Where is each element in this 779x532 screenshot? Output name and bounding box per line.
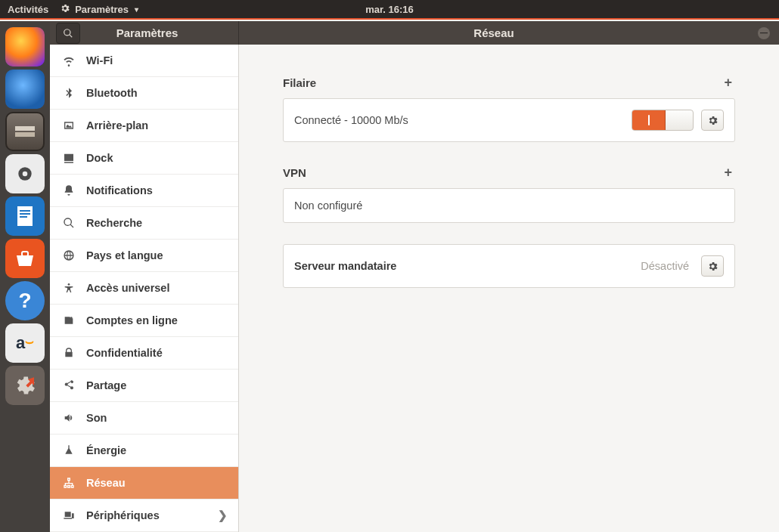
add-wired-button[interactable]: +	[721, 75, 735, 91]
svg-rect-5	[20, 210, 30, 212]
sidebar-item-wifi[interactable]: Wi-Fi	[50, 45, 238, 77]
dock-icon-settings[interactable]	[5, 366, 45, 405]
sidebar-item-bell[interactable]: Notifications	[50, 175, 238, 207]
wired-section-title: Filaire	[283, 76, 316, 89]
sidebar-item-label: Arrière-plan	[86, 119, 148, 131]
sidebar-item-privacy[interactable]: Confidentialité	[50, 337, 238, 370]
sound-icon	[62, 412, 76, 424]
proxy-row: Serveur mandataire Désactivé	[283, 244, 735, 288]
titlebar: Paramètres Réseau —	[50, 21, 779, 45]
sidebar-item-label: Confidentialité	[86, 347, 163, 359]
dock: ? a⌣	[0, 21, 50, 532]
sidebar-item-label: Comptes en ligne	[86, 314, 178, 326]
search-button[interactable]	[56, 23, 80, 44]
add-vpn-button[interactable]: +	[721, 165, 735, 181]
svg-rect-6	[20, 213, 30, 215]
sidebar-item-share[interactable]: Partage	[50, 370, 238, 402]
sidebar-item-accessibility[interactable]: Accès universel	[50, 272, 238, 305]
sidebar-item-accounts[interactable]: Comptes en ligne	[50, 305, 238, 337]
bell-icon	[62, 184, 76, 196]
dock-icon-amazon[interactable]: a⌣	[5, 323, 45, 363]
vpn-section-title: VPN	[283, 166, 306, 179]
wired-status: Connecté - 10000 Mb/s	[294, 114, 408, 126]
svg-point-10	[70, 317, 73, 319]
globe-icon	[62, 249, 76, 261]
sidebar-item-sound[interactable]: Son	[50, 402, 238, 435]
network-panel: Filaire + Connecté - 10000 Mb/s VPN +	[239, 45, 779, 532]
settings-sidebar: Wi-FiBluetoothArrière-planDockNotificati…	[50, 45, 239, 532]
sidebar-item-label: Pays et langue	[86, 249, 163, 261]
sidebar-item-label: Réseau	[86, 477, 126, 489]
search-icon	[62, 217, 76, 229]
sidebar-item-label: Accès universel	[86, 282, 169, 294]
chevron-down-icon: ▾	[135, 5, 138, 14]
bluetooth-icon	[62, 87, 76, 99]
svg-rect-1	[15, 132, 35, 137]
sidebar-item-label: Son	[86, 412, 107, 424]
sidebar-title: Paramètres	[86, 26, 208, 39]
network-icon	[62, 477, 76, 489]
sidebar-item-label: Partage	[86, 379, 126, 391]
dock-icon-rhythmbox[interactable]	[5, 154, 45, 193]
sidebar-item-bluetooth[interactable]: Bluetooth	[50, 77, 238, 110]
vpn-row: Non configuré	[283, 188, 735, 223]
proxy-settings-button[interactable]	[701, 255, 724, 277]
proxy-status: Désactivé	[641, 260, 689, 272]
activities-button[interactable]: Activités	[8, 4, 48, 15]
sidebar-item-power[interactable]: Énergie	[50, 435, 238, 467]
dock-icon	[62, 152, 76, 164]
sidebar-item-dock[interactable]: Dock	[50, 142, 238, 175]
share-icon	[62, 379, 76, 391]
power-icon	[62, 444, 76, 456]
sidebar-item-label: Énergie	[86, 444, 126, 456]
window-title: Réseau	[239, 26, 749, 39]
app-menu-label: Paramètres	[75, 4, 129, 15]
svg-point-9	[68, 283, 70, 286]
sidebar-item-globe[interactable]: Pays et langue	[50, 240, 238, 272]
dock-icon-ubuntu-software[interactable]	[5, 239, 45, 278]
proxy-label: Serveur mandataire	[294, 260, 396, 272]
wired-settings-button[interactable]	[701, 110, 724, 131]
settings-icon	[60, 3, 70, 16]
background-icon	[62, 119, 76, 131]
sidebar-item-label: Bluetooth	[86, 87, 138, 99]
vpn-status: Non configuré	[294, 200, 362, 212]
chevron-right-icon: ❯	[218, 509, 228, 521]
wired-toggle[interactable]	[632, 110, 694, 131]
sidebar-item-label: Wi-Fi	[86, 54, 113, 66]
sidebar-item-devices[interactable]: Périphériques❯	[50, 500, 238, 532]
settings-window: Paramètres Réseau — Wi-FiBluetoothArrièr…	[50, 21, 779, 532]
minimize-button[interactable]: —	[758, 27, 770, 39]
dock-icon-firefox[interactable]	[5, 27, 45, 66]
sidebar-item-label: Recherche	[86, 217, 142, 229]
sidebar-item-background[interactable]: Arrière-plan	[50, 110, 238, 142]
clock[interactable]: mar. 16:16	[365, 4, 414, 15]
wifi-icon	[62, 54, 76, 66]
wired-connection-row: Connecté - 10000 Mb/s	[283, 98, 735, 142]
svg-point-3	[23, 172, 28, 177]
system-top-panel: Activités Paramètres ▾ mar. 16:16	[0, 0, 779, 20]
sidebar-item-network[interactable]: Réseau	[50, 467, 238, 500]
app-menu[interactable]: Paramètres ▾	[60, 3, 138, 16]
sidebar-item-label: Périphériques	[86, 509, 160, 521]
dock-icon-help[interactable]: ?	[5, 281, 45, 320]
sidebar-item-search[interactable]: Recherche	[50, 207, 238, 240]
dock-icon-files[interactable]	[5, 112, 45, 151]
dock-icon-thunderbird[interactable]	[5, 70, 45, 109]
accessibility-icon	[62, 282, 76, 294]
accounts-icon	[62, 314, 76, 326]
svg-rect-7	[20, 216, 27, 218]
privacy-icon	[62, 347, 76, 359]
svg-rect-0	[15, 126, 35, 131]
sidebar-item-label: Dock	[86, 152, 113, 164]
sidebar-item-label: Notifications	[86, 184, 153, 196]
svg-rect-8	[22, 252, 28, 256]
devices-icon	[62, 509, 76, 521]
dock-icon-libreoffice-writer[interactable]	[5, 196, 45, 236]
